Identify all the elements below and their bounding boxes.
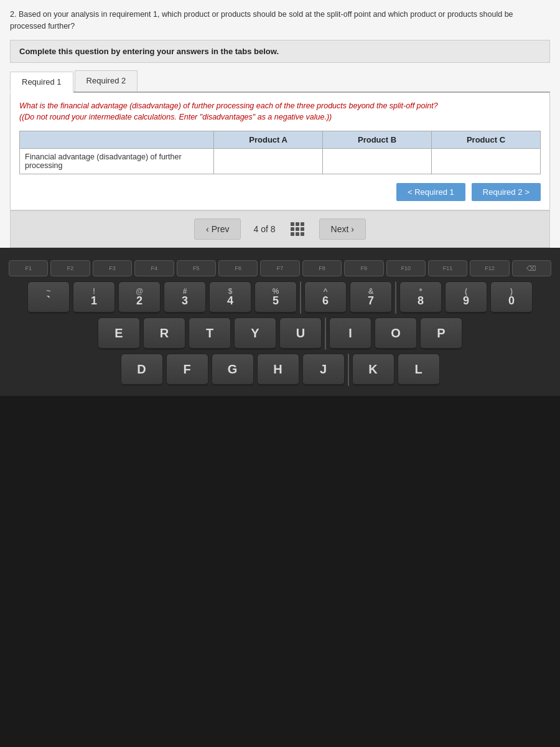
key-e[interactable]: E [98,317,140,350]
key-g[interactable]: G [212,354,254,386]
next-required-button[interactable]: Required 2 > [472,183,541,201]
key-8[interactable]: * 8 [399,281,442,314]
tab-content: What is the financial advantage (disadva… [10,93,550,211]
next-label: Next [331,224,349,234]
table-row: Financial advantage (disadvantage) of fu… [20,149,541,174]
instruction-text: Complete this question by entering your … [19,47,279,56]
num-row: ~ ` ! 1 @ 2 # 3 $ 4 [6,281,554,314]
key-k[interactable]: K [352,354,394,386]
key-o[interactable]: O [375,317,417,350]
key-h[interactable]: H [257,354,299,386]
input-product-c[interactable] [432,149,541,174]
key-l[interactable]: L [398,354,440,386]
fn-key-f12[interactable]: F12 [470,260,509,276]
prev-icon: ‹ [206,224,209,234]
fn-row: F1 F2 F3 F4 F5 F6 F7 F8 F9 F10 F11 F12 ⌫ [6,260,554,276]
fn-key-f10[interactable]: F10 [386,260,426,276]
tab-required1[interactable]: Required 1 [10,72,73,93]
tab-description: What is the financial advantage (disadva… [19,100,541,124]
next-button[interactable]: Next › [319,218,366,240]
grid-icon[interactable] [291,222,304,236]
fn-key-f2[interactable]: F2 [50,260,90,276]
key-u[interactable]: U [279,317,322,350]
tab-description-main: What is the financial advantage (disadva… [19,101,438,110]
prev-button[interactable]: ‹ Prev [194,218,241,240]
key-2[interactable]: @ 2 [118,281,161,314]
fn-key-f8[interactable]: F8 [302,260,342,276]
prev-required-button[interactable]: < Required 1 [396,183,465,201]
input-product-b[interactable] [323,149,432,174]
key-home-divider [348,354,349,386]
tabs-row: Required 1 Required 2 [10,70,550,93]
question2-text: 2. Based on your analysis in requirement… [10,10,513,31]
key-6[interactable]: ^ 6 [304,281,347,314]
bottom-navigation: ‹ Prev 4 of 8 Next › [10,210,550,248]
prev-label: Prev [212,224,230,234]
key-9[interactable]: ( 9 [445,281,487,314]
input-product-a[interactable] [214,149,323,174]
tab-description-sub: ((Do not round your intermediate calcula… [19,113,332,121]
key-3[interactable]: # 3 [164,281,206,314]
fn-key-f5[interactable]: F5 [177,260,216,276]
col-header-product-a: Product A [214,131,323,149]
fn-key-f6[interactable]: F6 [218,260,258,276]
key-7[interactable]: & 7 [350,281,392,314]
key-p[interactable]: P [420,317,462,350]
key-j[interactable]: J [302,354,345,386]
key-row-home: D F G H J K L [6,354,554,386]
chevron-right-icon: > [525,187,530,197]
product-b-input[interactable] [325,154,429,169]
fn-key-f3[interactable]: F3 [93,260,132,276]
question-text: 2. Based on your analysis in requirement… [10,5,550,40]
fn-key-f9[interactable]: F9 [344,260,383,276]
product-c-input[interactable] [434,154,538,169]
answer-table: Product A Product B Product C Financial … [19,131,541,174]
key-4[interactable]: $ 4 [209,281,251,314]
page-info: 4 of 8 [253,224,275,234]
key-t[interactable]: T [189,317,231,350]
fn-key-f4[interactable]: F4 [134,260,174,276]
tab-required2[interactable]: Required 2 [75,70,138,92]
key-f[interactable]: F [166,354,208,386]
key-row-top: E R T Y U I O P [6,317,554,350]
keyboard-area: F1 F2 F3 F4 F5 F6 F7 F8 F9 F10 F11 F12 ⌫… [0,248,560,396]
row-label: Financial advantage (disadvantage) of fu… [20,149,214,174]
col-header-empty [20,131,214,149]
key-0[interactable]: ) 0 [490,281,533,314]
key-1[interactable]: ! 1 [73,281,115,314]
key-i[interactable]: I [329,317,371,350]
tab-navigation: < Required 1 Required 2 > [19,183,541,201]
fn-key-f11[interactable]: F11 [428,260,467,276]
key-r[interactable]: R [143,317,185,350]
product-a-input[interactable] [217,154,320,169]
key-y[interactable]: Y [234,317,276,350]
col-header-product-c: Product C [432,131,541,149]
fn-key-f7[interactable]: F7 [260,260,299,276]
col-header-product-b: Product B [323,131,432,149]
fn-key-del[interactable]: ⌫ [512,260,551,276]
instruction-box: Complete this question by entering your … [10,40,550,63]
key-divider-2 [395,281,396,314]
key-row-divider [325,317,326,350]
key-d[interactable]: D [121,354,163,386]
fn-key-f1[interactable]: F1 [9,260,48,276]
next-icon: › [351,224,354,234]
key-backtick[interactable]: ~ ` [27,281,70,314]
top-section: 2. Based on your analysis in requirement… [0,0,560,248]
key-divider-1 [300,281,301,314]
key-5[interactable]: % 5 [254,281,297,314]
